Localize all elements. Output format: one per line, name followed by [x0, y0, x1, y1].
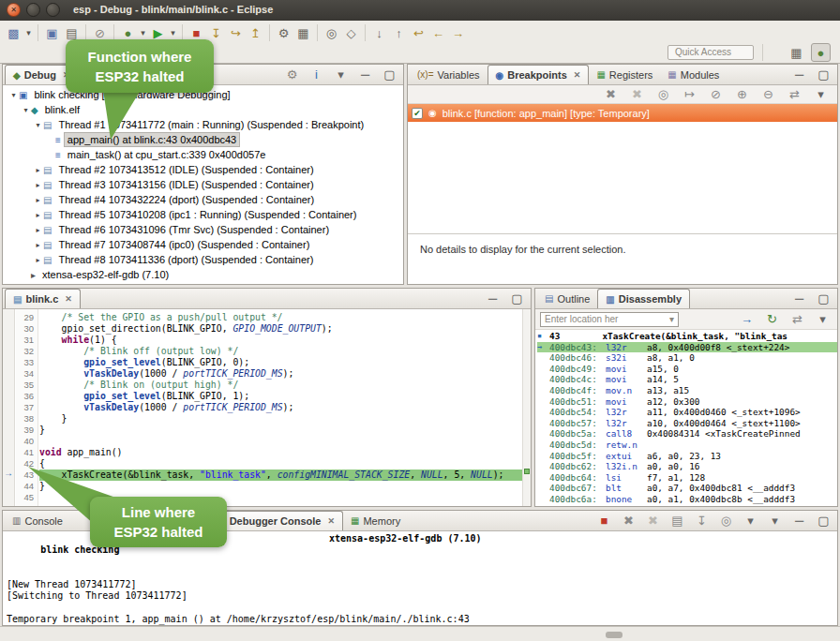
disassembly-instruction[interactable]: 400dbc57:l32ra10, 0x400d0464 <_stext+110… — [537, 418, 837, 429]
stop-icon[interactable]: ■ — [594, 512, 614, 530]
expander-icon[interactable]: ▸ — [33, 181, 43, 189]
expander-icon[interactable]: ▸ — [33, 196, 43, 204]
maximize-button[interactable] — [46, 3, 60, 17]
expander-icon[interactable]: ▾ — [33, 121, 43, 129]
link-with-debug-view-icon[interactable]: ⇄ — [785, 85, 804, 104]
expander-icon[interactable]: ▾ — [21, 106, 31, 114]
minimize-icon[interactable]: ─ — [355, 66, 375, 84]
open-perspective-icon[interactable]: ▦ — [787, 43, 806, 62]
debug-tree-item[interactable]: ≡main_task() at cpu_start.c:339 0x400d05… — [3, 147, 403, 162]
expander-icon[interactable]: ▸ — [33, 211, 43, 219]
new-dropdown-icon[interactable]: ▾ — [23, 23, 34, 42]
disassembly-source-line[interactable]: ▪43 xTaskCreate(&blink_task, "blink_tas — [537, 331, 837, 342]
view-filters-icon[interactable]: ⚙ — [282, 66, 302, 84]
code-line[interactable]: gpio_set_level(BLINK_GPIO, 0); — [39, 357, 522, 368]
expand-all-icon[interactable]: ⊕ — [732, 85, 752, 104]
last-edit-location-icon[interactable]: ↩ — [409, 23, 428, 42]
horizontal-scrollbar-thumb[interactable] — [606, 632, 622, 638]
code-line[interactable]: gpio_set_level(BLINK_GPIO, 1); — [39, 391, 522, 402]
expander-icon[interactable]: ▸ — [33, 256, 43, 264]
debug-tree-item[interactable]: ▾◆blink.elf — [3, 102, 403, 117]
disassembly-instruction[interactable]: 400dbc5d:retw.n — [537, 440, 837, 451]
debug-tree-item[interactable]: ▸xtensa-esp32-elf-gdb (7.10) — [3, 267, 403, 282]
disassembly-instruction[interactable]: 400dbc46:s32ia8, a1, 0 — [537, 352, 837, 364]
code-line[interactable]: vTaskDelay(1000 / portTICK_PERIOD_MS); — [39, 402, 522, 413]
disassembly-current-instruction[interactable]: →400dbc43:l32ra8, 0x400d00f8 <_stext+224… — [537, 342, 837, 353]
disassembly-listing[interactable]: ▪43 xTaskCreate(&blink_task, "blink_tas→… — [535, 330, 837, 506]
disassembly-instruction[interactable]: 400dbc49:movia15, 0 — [537, 364, 837, 375]
close-tab-icon[interactable]: ✕ — [574, 70, 581, 80]
code-line[interactable]: /* Blink on (output high) */ — [39, 380, 522, 391]
debug-tree-item[interactable]: ▸▤Thread #6 1073431096 (Tmr Svc) (Suspen… — [3, 222, 403, 237]
tab-debugger-console[interactable]: ▥Debugger Console✕ — [208, 511, 343, 530]
code-line[interactable]: } — [39, 481, 522, 492]
step-over-icon[interactable]: ↪ — [226, 23, 246, 42]
expander-icon[interactable]: ▸ — [33, 226, 43, 234]
close-tab-icon[interactable]: ✕ — [327, 516, 335, 526]
maximize-icon[interactable]: ▢ — [814, 290, 833, 308]
editor-overview-ruler[interactable] — [522, 309, 531, 506]
step-into-icon[interactable]: ↧ — [206, 23, 226, 42]
new-wizard-icon[interactable]: ▩ — [4, 23, 23, 42]
expander-icon[interactable]: ▸ — [33, 166, 43, 174]
minimize-icon[interactable]: ─ — [789, 66, 809, 84]
remove-breakpoint-icon[interactable]: ✖ — [601, 85, 621, 104]
tab-console[interactable]: ▥Console — [5, 511, 70, 530]
disassembly-instruction[interactable]: 400dbc4f:mov.na13, a15 — [537, 385, 837, 396]
maximize-icon[interactable]: ▢ — [814, 512, 833, 530]
current-execution-line[interactable]: xTaskCreate(&blink_task, "blink_task", c… — [39, 470, 522, 481]
new-project-icon[interactable]: ▦ — [293, 23, 313, 42]
disassembly-instruction[interactable]: 400dbc67:blta0, a7, 0x400dbc81 <__adddf3 — [537, 483, 837, 494]
step-return-icon[interactable]: ↥ — [246, 23, 265, 42]
maximize-icon[interactable]: ▢ — [814, 66, 833, 84]
search-icon[interactable]: ◎ — [322, 23, 341, 42]
disassembly-instruction[interactable]: 400dbc51:movia12, 0x300 — [537, 396, 837, 408]
collapse-all-icon[interactable]: ⊖ — [758, 85, 778, 104]
refresh-icon[interactable]: ↻ — [762, 310, 782, 329]
open-console-icon[interactable]: ▾ — [765, 512, 785, 530]
back-icon[interactable]: ← — [428, 23, 448, 42]
breakpoints-view-menu-icon[interactable]: ▾ — [811, 85, 831, 104]
combo-dropdown-icon[interactable]: ▾ — [669, 314, 674, 324]
minimize-icon[interactable]: ─ — [483, 290, 502, 308]
remove-all-breakpoints-icon[interactable]: ✖ — [627, 85, 647, 104]
disassembly-instruction[interactable]: 400dbc6a:bnonea0, a1, 0x400dbc8b <__addd… — [537, 494, 837, 505]
disassembly-instruction[interactable]: 400dbc54:l32ra11, 0x400d0460 <_stext+109… — [537, 407, 837, 418]
clear-console-icon[interactable]: ▤ — [668, 512, 687, 530]
disassembly-instruction[interactable]: 400dbc4c:movia14, 5 — [537, 374, 837, 385]
tab-disassembly[interactable]: ▥Disassembly — [597, 289, 690, 308]
display-selected-console-icon[interactable]: ▾ — [741, 512, 760, 530]
disassembly-menu-icon[interactable]: ▾ — [813, 310, 832, 329]
build-icon[interactable]: ⚙ — [274, 23, 293, 42]
disassembly-instruction[interactable]: 400dbc64:lsif7, a1, 128 — [537, 472, 837, 484]
code-line[interactable]: } — [39, 413, 522, 425]
minimize-icon[interactable]: ─ — [789, 512, 809, 530]
debug-tree-item[interactable]: ▸▤Thread #3 1073413156 (IDLE) (Suspended… — [3, 177, 403, 192]
debug-tree-item[interactable]: ▸▤Thread #4 1073432224 (dport) (Suspende… — [3, 192, 403, 207]
scroll-lock-icon[interactable]: ↧ — [692, 512, 712, 530]
close-tab-icon[interactable]: ✕ — [65, 294, 72, 304]
code-editor[interactable]: → 2930313233343536373839404142434445 /* … — [3, 309, 531, 506]
remove-launch-icon[interactable]: ✖ — [619, 512, 638, 530]
disassembly-instruction[interactable]: 400dbc62:l32i.na0, a0, 16 — [537, 461, 837, 472]
code-line[interactable] — [39, 436, 522, 447]
debug-tree-item[interactable]: ▸▤Thread #5 1073410208 (ipc1 : Running) … — [3, 207, 403, 222]
previous-annotation-icon[interactable]: ↑ — [389, 23, 409, 42]
remove-all-launches-icon[interactable]: ✖ — [643, 512, 663, 530]
next-annotation-icon[interactable]: ↓ — [369, 23, 389, 42]
close-button[interactable]: ✕ — [7, 3, 21, 17]
tab-memory[interactable]: ▦Memory — [343, 511, 408, 530]
tab-breakpoints[interactable]: ◉Breakpoints✕ — [488, 65, 590, 84]
expander-icon[interactable]: ▸ — [33, 241, 43, 249]
quick-access-input[interactable]: Quick Access — [668, 45, 754, 60]
code-line[interactable]: /* Set the GPIO as a push/pull output */ — [39, 312, 522, 323]
breakpoint-row[interactable]: ✔◉blink.c [function: app_main] [type: Te… — [408, 104, 837, 122]
minimize-button[interactable] — [26, 3, 40, 17]
code-line[interactable]: while(1) { — [39, 335, 522, 346]
minimize-icon[interactable]: ─ — [789, 290, 809, 308]
code-line[interactable]: } — [39, 425, 522, 436]
tab-registers[interactable]: ▦Registers — [589, 65, 660, 84]
maximize-icon[interactable]: ▢ — [380, 66, 399, 84]
show-breakpoints-for-selection-icon[interactable]: ◎ — [653, 85, 673, 104]
code-line[interactable]: void app_main() — [39, 447, 522, 458]
